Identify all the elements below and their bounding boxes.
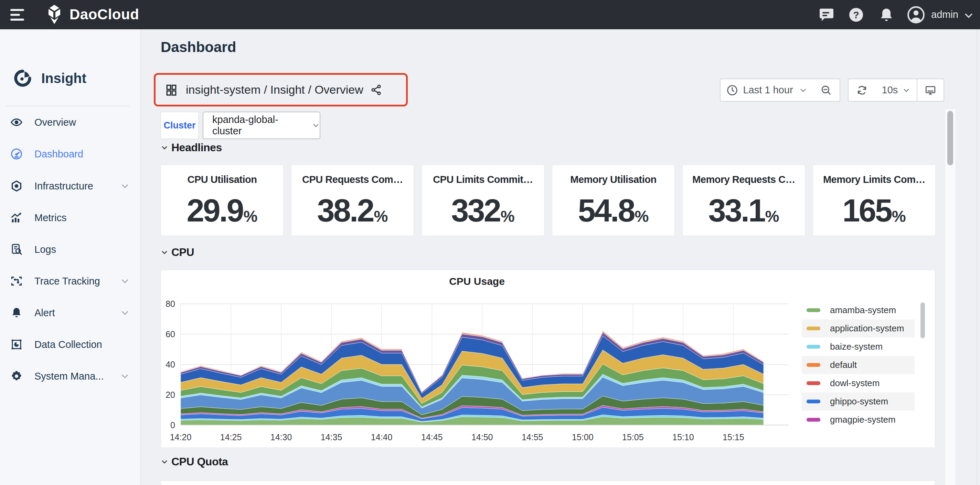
refresh-icon: [856, 85, 868, 96]
help-icon[interactable]: ?: [848, 6, 864, 23]
legend-label: baize-system: [830, 341, 883, 352]
sidebar-item-logs[interactable]: Logs: [0, 238, 141, 260]
page-title: Dashboard: [161, 39, 236, 56]
metrics-chart-icon: [10, 212, 23, 224]
sidebar-item-label: Dashboard: [34, 148, 83, 160]
chevron-down-icon[interactable]: [121, 372, 129, 381]
insight-product[interactable]: Insight: [14, 69, 86, 87]
zoom-out-icon: [820, 85, 832, 96]
cluster-filter-chip: Cluster: [160, 112, 199, 139]
legend-scrollbar[interactable]: [921, 302, 925, 338]
sidebar-item-system-management[interactable]: System Mana...: [0, 365, 141, 387]
svg-text:15:10: 15:10: [672, 432, 694, 442]
legend-item[interactable]: gmagpie-system: [802, 411, 915, 429]
legend-item[interactable]: ghippo-system: [802, 392, 915, 411]
svg-text:20: 20: [165, 390, 175, 400]
cpu-quota-panel: [161, 480, 935, 485]
time-range-picker[interactable]: Last 1 hour: [720, 78, 813, 102]
breadcrumb[interactable]: insight-system / Insight / Overview: [186, 83, 363, 96]
legend-color-chip: [807, 308, 820, 312]
stat-title: Memory Requests C…: [683, 174, 805, 185]
sidebar-item-label: Infrastructure: [34, 180, 93, 192]
cpu-usage-chart[interactable]: 02040608014:2014:2514:3014:3514:4014:451…: [161, 270, 796, 448]
logs-document-icon: [10, 243, 23, 255]
chevron-down-icon[interactable]: [121, 308, 129, 317]
daocloud-logo[interactable]: DaoCloud: [44, 4, 139, 25]
legend-label: gmagpie-system: [830, 415, 896, 425]
refresh-interval-picker[interactable]: 10s: [875, 78, 917, 102]
grid-icon: [165, 84, 178, 96]
page-scrollbar-track[interactable]: [945, 109, 955, 485]
sidebar-divider: [5, 106, 129, 107]
collapse-chevron-icon: [160, 144, 169, 152]
menu-toggle-icon[interactable]: [10, 8, 25, 21]
window-edge-divider: [977, 29, 977, 485]
monitor-icon: [924, 85, 936, 96]
legend-item[interactable]: application-system: [802, 319, 915, 338]
sidebar-item-label: System Mana...: [34, 371, 103, 382]
svg-text:14:25: 14:25: [220, 432, 242, 442]
legend-item[interactable]: dowl-system: [802, 374, 915, 392]
legend-item[interactable]: default: [802, 356, 915, 374]
legend-color-chip: [807, 363, 820, 367]
time-range-label: Last 1 hour: [743, 85, 793, 96]
chevron-down-icon[interactable]: [121, 277, 129, 286]
refresh-interval-label: 10s: [882, 85, 898, 96]
svg-text:14:40: 14:40: [371, 432, 393, 442]
cluster-select[interactable]: kpanda-global-cluster: [203, 112, 320, 139]
sidebar-item-data-collection[interactable]: Data Collection: [0, 333, 141, 356]
sidebar-item-label: Alert: [34, 307, 55, 319]
sidebar-item-alert[interactable]: Alert: [0, 302, 141, 324]
legend-color-chip: [807, 418, 820, 422]
data-collection-icon: [10, 338, 23, 351]
stat-title: CPU Requests Com…: [291, 174, 414, 185]
stat-card-memory-requests: Memory Requests C… 33.1%: [682, 165, 805, 236]
svg-text:14:30: 14:30: [270, 432, 292, 442]
notifications-bell-icon[interactable]: [878, 6, 895, 23]
tv-mode-button[interactable]: [917, 78, 944, 102]
legend-color-chip: [807, 381, 820, 385]
svg-text:80: 80: [165, 299, 175, 309]
stat-title: Memory Limits Com…: [813, 174, 935, 185]
stat-value: 165%: [813, 190, 935, 231]
legend-item[interactable]: baize-system: [802, 338, 915, 356]
stat-card-memory-limits: Memory Limits Com… 165%: [813, 165, 935, 236]
legend-label: amamba-system: [830, 305, 896, 316]
cpu-usage-panel: CPU Usage 02040608014:2014:2514:3014:351…: [161, 270, 935, 448]
chevron-down-icon[interactable]: [121, 182, 129, 190]
sidebar-item-overview[interactable]: Overview: [0, 111, 141, 133]
feedback-icon[interactable]: [818, 6, 835, 23]
username-label[interactable]: admin: [931, 0, 958, 29]
section-headlines[interactable]: Headlines: [160, 141, 222, 154]
eye-icon: [10, 116, 23, 129]
sidebar-item-label: Logs: [34, 244, 56, 255]
cluster-label: Cluster: [164, 120, 196, 131]
section-cpu-quota[interactable]: CPU Quota: [160, 455, 228, 468]
sidebar-item-infrastructure[interactable]: Infrastructure: [0, 175, 141, 197]
stat-card-memory-utilisation: Memory Utilisation 54.8%: [552, 165, 675, 236]
stat-value: 33.1%: [683, 190, 805, 231]
svg-text:15:15: 15:15: [722, 432, 744, 442]
section-title: CPU: [171, 246, 194, 259]
sidebar-item-trace-tracking[interactable]: Trace Tracking: [0, 270, 141, 292]
user-avatar[interactable]: [907, 6, 925, 24]
svg-text:15:05: 15:05: [622, 432, 644, 442]
page-scrollbar-thumb[interactable]: [947, 111, 953, 165]
refresh-button[interactable]: [848, 78, 876, 102]
gear-icon: [10, 370, 23, 382]
zoom-out-button[interactable]: [813, 78, 840, 102]
legend-label: dowl-system: [830, 378, 880, 389]
svg-text:0: 0: [170, 420, 175, 430]
sidebar-item-dashboard[interactable]: Dashboard: [0, 143, 141, 165]
section-cpu[interactable]: CPU: [160, 246, 194, 259]
share-icon[interactable]: [370, 84, 382, 96]
user-menu-chevron-icon[interactable]: [964, 10, 974, 21]
sidebar-item-label: Data Collection: [34, 339, 102, 350]
legend-label: application-system: [830, 323, 904, 334]
stat-value: 54.8%: [552, 190, 675, 231]
legend-item[interactable]: amamba-system: [802, 301, 915, 319]
chevron-down-icon: [902, 86, 910, 94]
dashboard-breadcrumb-annotated[interactable]: insight-system / Insight / Overview: [154, 73, 408, 107]
sidebar-item-metrics[interactable]: Metrics: [0, 207, 141, 229]
svg-text:14:55: 14:55: [522, 432, 543, 442]
